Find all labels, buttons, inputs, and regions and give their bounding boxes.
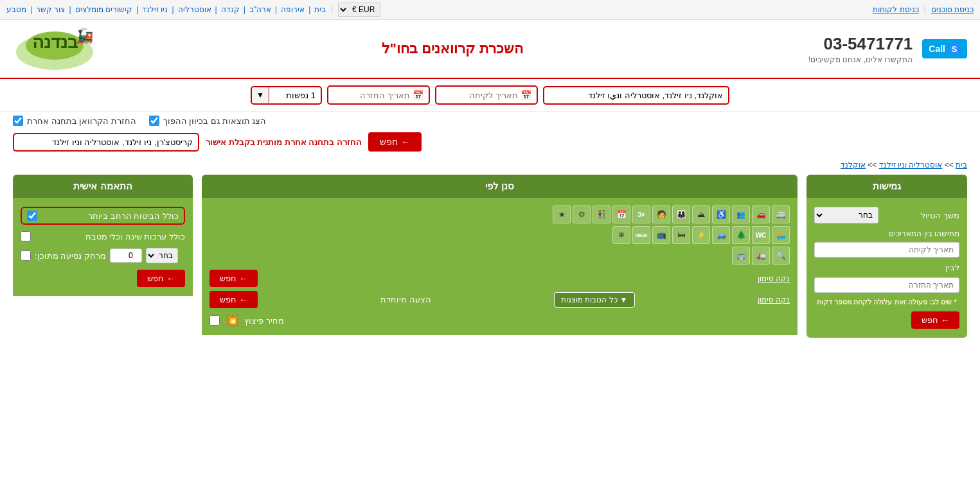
filters-panel-header: סנן לפי: [202, 175, 797, 198]
distance-input[interactable]: [110, 248, 142, 263]
other-station-checkbox[interactable]: [13, 116, 23, 126]
filter-icon-wheelchair[interactable]: ♿: [712, 205, 730, 223]
filter-icon-star[interactable]: ★: [553, 205, 571, 223]
filter-search-button[interactable]: ← חפש: [209, 270, 258, 287]
flexibility-panel: גמישות משך הטיול בחר מתישהו בין התאריכים…: [806, 175, 967, 338]
wide-insurance-checkbox[interactable]: [27, 211, 37, 221]
nav-home[interactable]: בית: [314, 5, 326, 14]
nav-usa[interactable]: ארה"ב: [249, 5, 271, 14]
filter-icon-snow[interactable]: ❄: [612, 226, 630, 244]
distance-unit-select[interactable]: בחר: [146, 248, 178, 263]
site-header: S Call 03-5471771 התקשרו אלינו, אנחנו מק…: [0, 20, 980, 79]
search-arrow-icon: ←: [401, 137, 410, 147]
skype-icon: S: [948, 42, 961, 55]
filter-icon-group[interactable]: 👫: [592, 205, 610, 223]
nav-europe[interactable]: אירופה: [281, 5, 305, 14]
breadcrumb-auckland[interactable]: אוקלנד: [841, 161, 866, 170]
filters-panel: סנן לפי 🚐 🚗 👥 ♿ ⛰ 👨‍👩‍👧 🧑 ×3 📅 👫 ⚙ ★ 🏊: [202, 175, 797, 338]
distance-checkbox[interactable]: [21, 250, 31, 261]
pickup-date-input[interactable]: [441, 91, 518, 100]
reverse-results-checkbox[interactable]: [149, 116, 159, 126]
bedding-label: כולל ערכות שינה וכלי מטבח: [36, 232, 185, 241]
other-station-checkbox-wrapper: החזרת הקרוואן בתחנה אחרת: [13, 116, 136, 126]
nav-australia[interactable]: אוסטרליה: [178, 5, 211, 14]
personal-search-btn-label: חפש: [147, 274, 164, 283]
price-explosion-checkbox[interactable]: [209, 315, 220, 326]
filter-icon-swim[interactable]: 🏊: [772, 226, 790, 244]
breadcrumb: בית >> אוסטרליה וניו זילנד >> אוקלנד: [0, 158, 980, 175]
agents-login-link[interactable]: כניסת סוכנים: [931, 5, 974, 14]
calendar-icon-return: 📅: [413, 90, 423, 100]
trip-duration-row: משך הטיול בחר: [814, 207, 959, 223]
filter-icon-truck[interactable]: 🚛: [752, 247, 770, 265]
nav-currency[interactable]: מטבע: [6, 5, 26, 14]
contact-text: התקשרו אלינו, אנחנו מקשיבים!: [808, 55, 913, 64]
flex-return-date-input[interactable]: [814, 277, 959, 293]
explosion-icon: 💥: [225, 313, 239, 327]
reverse-checkbox-wrapper: הצג תוצאות גם בכיוון ההפוך: [149, 116, 266, 126]
filter-icon-calendar[interactable]: 📅: [612, 205, 630, 223]
phone-number: 03-5471771: [808, 34, 913, 54]
flex-pickup-date-input[interactable]: [814, 242, 959, 257]
persons-input[interactable]: [269, 87, 321, 103]
nav-links[interactable]: קישורים מומלצים: [75, 5, 132, 14]
destination-input[interactable]: [549, 91, 723, 100]
return-info-label: החזרה בתחנה אחרת מותנית בקבלת אישור: [206, 137, 362, 147]
filter-icon-car[interactable]: 🚗: [752, 205, 770, 223]
price-explosion-label: מחיר פיצוץ: [244, 316, 284, 326]
skype-label: Call: [929, 44, 945, 54]
skype-call-button[interactable]: S Call: [922, 39, 967, 58]
return-station-input[interactable]: [19, 137, 193, 147]
special-offer-search-button[interactable]: ← חפש: [209, 291, 258, 308]
filter-icon-gear[interactable]: ⚙: [573, 205, 591, 223]
filter-icons-row3: 🔍 🚛 🚌: [209, 247, 790, 265]
breadcrumb-australia-nz[interactable]: אוסטרליה וניו זילנד: [879, 161, 943, 170]
all-featured-button[interactable]: ▼ כל הטבות מוצגות: [554, 292, 635, 308]
personal-panel-header: התאמה אישית: [13, 175, 193, 198]
filter-icon-wc[interactable]: WC: [752, 226, 770, 244]
filter-icon-mountain[interactable]: ⛰: [692, 205, 710, 223]
filter-icon-campervan[interactable]: 🚐: [772, 205, 790, 223]
bedding-checkbox[interactable]: [21, 231, 31, 241]
personal-search-button[interactable]: ← חפש: [137, 270, 185, 287]
dropdown-arrow-icon: ▼: [620, 295, 628, 304]
trip-duration-select[interactable]: בחר: [814, 207, 878, 223]
flex-pickup-date-row: [814, 242, 959, 257]
filter-icon-bed[interactable]: 🛏: [672, 226, 690, 244]
filter-icon-car2[interactable]: 🚙: [712, 226, 730, 244]
filter-icon-tv[interactable]: 📺: [652, 226, 670, 244]
filter-icon-search[interactable]: 🔍: [772, 247, 790, 265]
personal-panel-body: כולל הביטוח הרחב ביותר כולל ערכות שינה ו…: [13, 198, 193, 296]
persons-dropdown-btn[interactable]: ▼: [252, 87, 269, 103]
return-date-input[interactable]: [334, 91, 410, 100]
main-search-button[interactable]: ← חפש: [368, 132, 422, 152]
calendar-icon-pickup: 📅: [521, 90, 531, 100]
filter-icon-bus[interactable]: 🚌: [732, 247, 750, 265]
nav-newzealand[interactable]: ניו זילנד: [142, 5, 168, 14]
filter-icon-tree[interactable]: 🌲: [732, 226, 750, 244]
destination-field-wrapper: [543, 86, 729, 105]
nav-canada[interactable]: קנדה: [221, 5, 240, 14]
bedding-row: כולל ערכות שינה וכלי מטבח: [21, 231, 185, 241]
flex-search-button[interactable]: ← חפש: [911, 311, 959, 329]
currency-select[interactable]: EUR €: [338, 3, 380, 17]
filter-clear-link[interactable]: נקה סימון: [758, 274, 790, 283]
nav-contact[interactable]: צור קשר: [36, 5, 65, 14]
filter-icon-new[interactable]: NEW: [632, 226, 650, 244]
filter-icon-lightning[interactable]: ⚡: [692, 226, 710, 244]
filter-icon-family[interactable]: 👨‍👩‍👧: [672, 205, 690, 223]
filter-icon-person[interactable]: 🧑: [652, 205, 670, 223]
breadcrumb-home[interactable]: בית: [956, 161, 967, 170]
filter-icons-row1: 🚐 🚗 👥 ♿ ⛰ 👨‍👩‍👧 🧑 ×3 📅 👫 ⚙ ★: [209, 205, 790, 223]
filter-icon-x3[interactable]: ×3: [632, 205, 650, 223]
search-bar: 📅 📅 ▼: [0, 79, 980, 112]
trip-duration-label: משך הטיול: [921, 211, 959, 220]
site-logo[interactable]: בנדנה 🚂: [13, 26, 96, 71]
header-contact: 03-5471771 התקשרו אלינו, אנחנו מקשיבים!: [808, 34, 913, 64]
distance-label: מרחק נסיעה מתוכן:: [35, 251, 106, 261]
filter-clear-link2[interactable]: נקה סימון: [758, 295, 790, 304]
filter-icon-persons[interactable]: 👥: [732, 205, 750, 223]
dates-range-label: מתישהו בין התאריכים: [814, 229, 959, 238]
customers-login-link[interactable]: כניסת לקוחות: [873, 5, 918, 14]
personal-search-arrow-icon: ←: [166, 274, 175, 283]
